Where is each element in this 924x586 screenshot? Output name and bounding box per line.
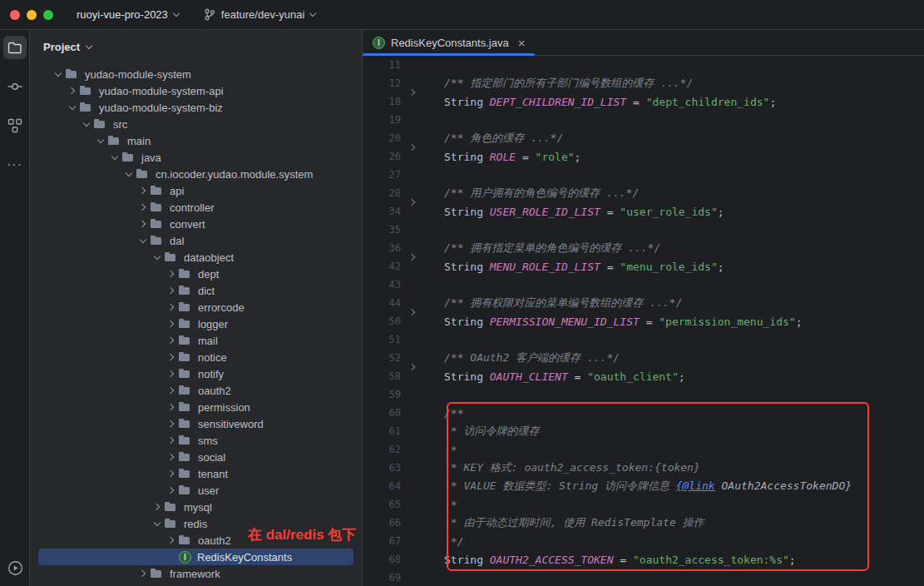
tree-item-yudao-module-system-biz[interactable]: yudao-module-system-biz: [38, 99, 353, 116]
project-panel-header[interactable]: Project: [30, 30, 362, 63]
chevron-collapsed-icon[interactable]: [165, 367, 178, 380]
chevron-expanded-icon[interactable]: [151, 251, 164, 264]
zoom-window-button[interactable]: [43, 10, 53, 20]
code-line-26[interactable]: 26String ROLE = "role";: [363, 147, 924, 166]
project-folder-icon[interactable]: [3, 36, 27, 59]
chevron-collapsed-icon[interactable]: [165, 384, 178, 397]
chevron-collapsed-icon[interactable]: [165, 534, 178, 547]
chevron-expanded-icon[interactable]: [52, 67, 65, 81]
code-line-36[interactable]: 36/** 拥有指定菜单的角色编号的缓存 ...*/: [363, 239, 924, 257]
chevron-collapsed-icon[interactable]: [136, 567, 150, 580]
close-window-button[interactable]: [10, 10, 20, 20]
tree-item-notify[interactable]: notify: [38, 365, 353, 382]
tree-item-user[interactable]: user: [38, 482, 353, 499]
chevron-collapsed-icon[interactable]: [136, 184, 150, 197]
chevron-expanded-icon[interactable]: [80, 117, 93, 131]
code-area[interactable]: 1112/** 指定部门的所有子部门编号数组的缓存 ...*/18String …: [363, 56, 924, 586]
code-line-28[interactable]: 28/** 用户拥有的角色编号的缓存 ...*/: [363, 184, 924, 202]
chevron-collapsed-icon[interactable]: [165, 350, 178, 364]
tree-item-sms[interactable]: sms: [38, 432, 353, 449]
chevron-collapsed-icon[interactable]: [165, 400, 178, 414]
tree-item-dal[interactable]: dal: [38, 232, 353, 249]
chevron-collapsed-icon[interactable]: [165, 284, 178, 297]
chevron-collapsed-icon[interactable]: [165, 450, 178, 464]
chevron-collapsed-icon[interactable]: [165, 434, 178, 447]
code-line-20[interactable]: 20/** 角色的缓存 ...*/: [363, 129, 924, 147]
code-line-11[interactable]: 11: [363, 56, 924, 74]
code-line-43[interactable]: 43: [363, 276, 924, 294]
chevron-collapsed-icon[interactable]: [165, 484, 178, 497]
tree-item-framework[interactable]: framework: [38, 565, 353, 582]
tree-item-notice[interactable]: notice: [38, 349, 353, 365]
tree-item-dict[interactable]: dict: [38, 282, 353, 299]
tree-item-api[interactable]: api: [38, 182, 353, 199]
tree-item-yudao-module-system-api[interactable]: yudao-module-system-api: [38, 82, 353, 99]
code-line-62[interactable]: 62 *: [363, 440, 924, 459]
tree-item-RedisKeyConstants[interactable]: RedisKeyConstants: [38, 549, 353, 565]
code-line-69[interactable]: 69: [363, 569, 924, 586]
code-line-51[interactable]: 51: [363, 330, 924, 349]
chevron-expanded-icon[interactable]: [94, 134, 107, 147]
tree-item-errorcode[interactable]: errorcode: [38, 299, 353, 315]
project-selector[interactable]: ruoyi-vue-pro-2023: [70, 5, 185, 24]
code-line-50[interactable]: 50String PERMISSION_MENU_ID_LIST = "perm…: [363, 312, 924, 330]
tree-item-convert[interactable]: convert: [38, 216, 353, 232]
chevron-collapsed-icon[interactable]: [151, 500, 164, 514]
chevron-collapsed-icon[interactable]: [66, 84, 79, 97]
code-line-61[interactable]: 61 * 访问令牌的缓存: [363, 422, 924, 440]
code-line-12[interactable]: 12/** 指定部门的所有子部门编号数组的缓存 ...*/: [363, 74, 924, 92]
chevron-collapsed-icon[interactable]: [165, 417, 178, 430]
tree-item-tenant[interactable]: tenant: [38, 465, 353, 482]
tree-item-yudao-module-system[interactable]: yudao-module-system: [38, 66, 353, 82]
run-icon[interactable]: [3, 556, 27, 579]
code-line-52[interactable]: 52/** OAuth2 客户端的缓存 ...*/: [363, 349, 924, 367]
code-line-60[interactable]: 60/**: [363, 404, 924, 422]
branch-selector[interactable]: feature/dev-yunai: [197, 5, 322, 24]
tree-item-dataobject[interactable]: dataobject: [38, 249, 353, 266]
tree-item-permission[interactable]: permission: [38, 399, 353, 415]
tree-item-dept[interactable]: dept: [38, 266, 353, 282]
tree-item-cn.iocoder.yudao.module.system[interactable]: cn.iocoder.yudao.module.system: [38, 166, 353, 182]
code-line-58[interactable]: 58String OAUTH_CLIENT = "oauth_client";: [363, 367, 924, 385]
chevron-collapsed-icon[interactable]: [165, 467, 178, 480]
code-line-42[interactable]: 42String MENU_ROLE_ID_LIST = "menu_role_…: [363, 257, 924, 276]
code-line-68[interactable]: 68String OAUTH2_ACCESS_TOKEN = "oauth2_a…: [363, 550, 924, 569]
chevron-expanded-icon[interactable]: [108, 151, 121, 164]
code-line-34[interactable]: 34String USER_ROLE_ID_LIST = "user_role_…: [363, 202, 924, 221]
code-line-35[interactable]: 35: [363, 221, 924, 239]
code-line-67[interactable]: 67 */: [363, 532, 924, 550]
code-line-18[interactable]: 18String DEPT_CHILDREN_ID_LIST = "dept_c…: [363, 92, 924, 111]
tree-item-social[interactable]: social: [38, 449, 353, 465]
chevron-expanded-icon[interactable]: [122, 167, 136, 181]
chevron-collapsed-icon[interactable]: [165, 334, 178, 347]
commit-icon[interactable]: [3, 75, 27, 98]
minimize-window-button[interactable]: [27, 10, 37, 20]
chevron-expanded-icon[interactable]: [66, 101, 79, 114]
chevron-expanded-icon[interactable]: [136, 234, 150, 247]
tree-item-controller[interactable]: controller: [38, 199, 353, 216]
code-line-44[interactable]: 44/** 拥有权限对应的菜单编号数组的缓存 ...*/: [363, 294, 924, 312]
chevron-collapsed-icon[interactable]: [165, 300, 178, 314]
more-tools-icon[interactable]: ···: [3, 153, 27, 176]
chevron-collapsed-icon[interactable]: [136, 217, 150, 231]
code-line-27[interactable]: 27: [363, 166, 924, 184]
chevron-collapsed-icon[interactable]: [165, 267, 178, 281]
chevron-collapsed-icon[interactable]: [136, 201, 150, 214]
code-line-59[interactable]: 59: [363, 385, 924, 404]
tree-item-mysql[interactable]: mysql: [38, 499, 353, 515]
tree-item-src[interactable]: src: [38, 116, 353, 132]
tree-item-logger[interactable]: logger: [38, 315, 353, 332]
code-line-65[interactable]: 65 *: [363, 495, 924, 514]
code-line-66[interactable]: 66 * 由于动态过期时间, 使用 RedisTemplate 操作: [363, 514, 924, 532]
code-line-19[interactable]: 19: [363, 111, 924, 129]
tree-item-main[interactable]: main: [38, 132, 353, 149]
tree-item-mail[interactable]: mail: [38, 332, 353, 349]
close-tab-icon[interactable]: ×: [518, 37, 526, 49]
structure-icon[interactable]: [3, 114, 27, 137]
tree-item-java[interactable]: java: [38, 149, 353, 166]
tree-item-oauth2[interactable]: oauth2: [38, 382, 353, 399]
editor-tab[interactable]: RedisKeyConstants.java ×: [363, 30, 535, 55]
code-line-63[interactable]: 63 * KEY 格式: oauth2_access_token:{token}: [363, 459, 924, 477]
tree-item-sensitiveword[interactable]: sensitiveword: [38, 415, 353, 432]
chevron-collapsed-icon[interactable]: [165, 317, 178, 330]
